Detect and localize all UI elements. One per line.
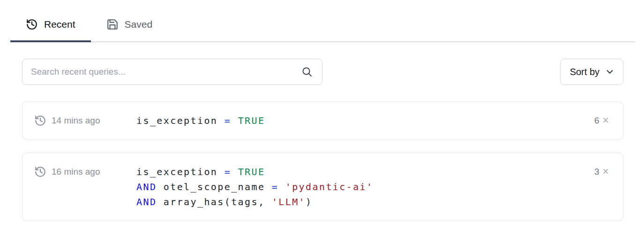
query-meta: 16 mins ago <box>34 164 136 179</box>
history-icon <box>26 18 38 31</box>
query-use-count: 3 × <box>589 164 609 179</box>
sort-by-button[interactable]: Sort by <box>560 59 623 85</box>
query-list: 14 mins ago is_exception = TRUE 6 × 16 m… <box>22 101 623 221</box>
times-icon: × <box>603 164 609 179</box>
code-line: AND otel_scope_name = 'pydantic-ai' <box>136 179 373 194</box>
query-code: is_exception = TRUE <box>136 113 265 128</box>
tab-recent[interactable]: Recent <box>10 18 91 42</box>
chevron-down-icon <box>605 67 615 77</box>
recent-query-card[interactable]: 14 mins ago is_exception = TRUE 6 × <box>22 101 623 140</box>
query-use-count: 6 × <box>589 113 609 128</box>
query-code: is_exception = TRUEAND otel_scope_name =… <box>136 164 373 209</box>
recent-queries-panel: Sort by 14 mins ago is_exception = TRUE … <box>0 59 644 221</box>
toolbar: Sort by <box>22 59 623 85</box>
history-icon <box>34 166 46 178</box>
tab-recent-label: Recent <box>44 19 75 30</box>
tab-saved[interactable]: Saved <box>91 18 168 42</box>
query-meta: 14 mins ago <box>34 113 136 128</box>
recent-query-card[interactable]: 16 mins ago is_exception = TRUEAND otel_… <box>22 153 623 221</box>
save-icon <box>106 18 119 31</box>
tab-bar: Recent Saved <box>10 0 635 42</box>
query-timestamp: 16 mins ago <box>52 164 100 179</box>
search-input[interactable] <box>22 59 322 85</box>
code-line: is_exception = TRUE <box>136 113 265 128</box>
tab-saved-label: Saved <box>125 19 153 30</box>
times-icon: × <box>603 113 609 128</box>
use-count-number: 3 <box>594 164 599 179</box>
query-timestamp: 14 mins ago <box>52 113 100 128</box>
code-line: AND array_has(tags, 'LLM') <box>136 194 373 209</box>
use-count-number: 6 <box>594 113 599 128</box>
search-icon <box>301 66 313 77</box>
code-line: is_exception = TRUE <box>136 164 373 179</box>
sort-by-label: Sort by <box>570 67 599 77</box>
search-box <box>22 59 322 85</box>
history-icon <box>34 115 46 127</box>
